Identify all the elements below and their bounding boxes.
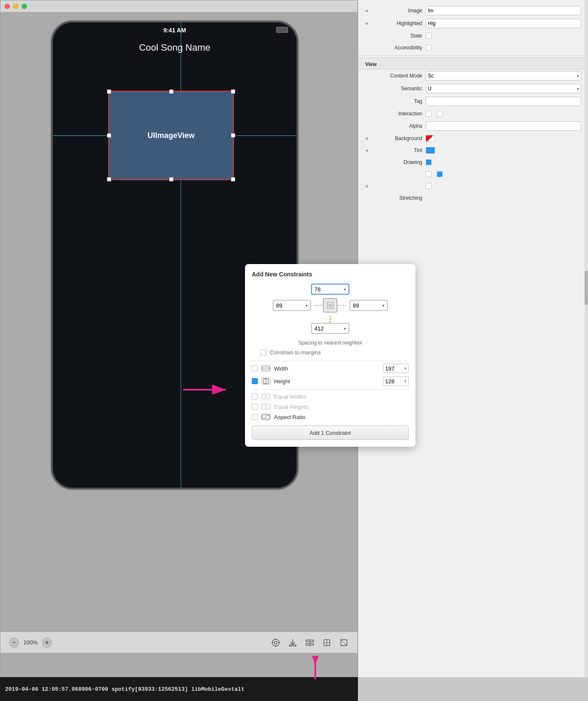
equal-widths-icon-svg [262, 394, 270, 399]
handle-mid-right[interactable] [231, 133, 235, 138]
top-value-text: 78 [314, 286, 320, 293]
scrollbar-thumb[interactable] [585, 271, 588, 305]
checkbox-constrain-margins[interactable] [260, 350, 266, 356]
label-drawing: Drawing [375, 159, 422, 165]
handle-bottom-mid[interactable] [169, 177, 173, 181]
height-number: 128 [385, 378, 395, 385]
checkbox-state[interactable] [426, 33, 432, 39]
checkbox-drawing-3[interactable] [437, 171, 443, 177]
minimize-button[interactable] [13, 4, 18, 9]
label-content-mode: Content Mode [375, 73, 422, 79]
align-icon[interactable] [305, 638, 315, 648]
label-background: Background [375, 135, 422, 141]
select-semantic[interactable]: U ▾ [426, 84, 581, 93]
field-tag[interactable] [426, 97, 581, 106]
icon-equal-widths [261, 393, 271, 400]
plus-tint[interactable]: + [365, 147, 372, 154]
label-alpha: Alpha [375, 123, 422, 129]
width-icon-svg [262, 365, 270, 371]
label-height: Height [274, 378, 380, 385]
checkbox-equal-widths[interactable] [252, 394, 258, 399]
svg-rect-31 [262, 404, 265, 409]
close-button[interactable] [5, 4, 10, 9]
field-image[interactable]: Im [426, 6, 581, 15]
checkbox-aspect-ratio[interactable] [252, 414, 258, 420]
download-icon[interactable] [288, 638, 298, 648]
inspector-row-tag: Tag [358, 95, 588, 108]
transform-icon[interactable] [339, 638, 349, 648]
checkbox-drawing[interactable] [426, 159, 432, 165]
plus-extra[interactable]: + [365, 183, 372, 190]
inspector-row-plus-empty: + [358, 180, 588, 192]
label-stretching: Stretching [375, 195, 422, 201]
checkbox-height[interactable] [252, 378, 258, 384]
checkbox-accessibility[interactable] [426, 45, 432, 51]
label-tint: Tint [375, 147, 422, 153]
label-state: State [375, 33, 422, 39]
spacing-input-bottom[interactable]: 412 ▾ [311, 323, 349, 334]
plus-highlighted[interactable]: + [365, 20, 372, 27]
add-constraint-button[interactable]: Add 1 Constraint [252, 425, 409, 440]
label-accessibility: Accessibility [375, 45, 422, 51]
svg-line-34 [263, 415, 269, 419]
handle-mid-left[interactable] [107, 133, 111, 138]
field-highlighted[interactable]: Hig [426, 19, 581, 28]
color-tint[interactable] [426, 147, 435, 154]
inspector-row-drawing-2 [358, 168, 588, 180]
image-view-container[interactable]: UIImageView [108, 91, 234, 180]
image-view-label: UIImageView [147, 131, 195, 140]
spacing-input-left[interactable]: 89 ▾ [273, 300, 311, 311]
checkbox-drawing-2[interactable] [426, 171, 432, 177]
label-semantic: Semantic [375, 86, 422, 92]
left-value-text: 89 [276, 302, 282, 309]
label-equal-heights: Equal Heights [274, 404, 409, 410]
inspector-row-highlighted: + Highlighted Hig [358, 17, 588, 30]
guide-left [53, 135, 108, 136]
scrollbar-track[interactable] [585, 0, 588, 677]
connector-right [337, 305, 346, 306]
color-background[interactable] [426, 135, 435, 142]
field-alpha[interactable] [426, 121, 581, 131]
label-equal-widths: Equal Widths [274, 394, 409, 400]
handle-top-mid[interactable] [169, 89, 173, 94]
svg-point-0 [272, 639, 279, 646]
checkbox-equal-heights[interactable] [252, 404, 258, 410]
zoom-plus-button[interactable]: + [42, 638, 52, 648]
constrain-height-row: Height 128 ▾ [252, 376, 409, 387]
plus-background[interactable]: + [365, 135, 372, 142]
plus-image[interactable]: + [365, 7, 372, 14]
target-icon[interactable] [271, 638, 281, 648]
spacing-label: Spacing to nearest neighbor [252, 340, 409, 346]
checkbox-width[interactable] [252, 365, 258, 371]
label-highlighted: Highlighted [375, 20, 422, 26]
inspector-row-semantic: Semantic U ▾ [358, 82, 588, 95]
status-time: 9:41 AM [163, 27, 186, 34]
constrain-equal-heights-row: Equal Heights [252, 402, 409, 411]
height-icon-svg [262, 378, 270, 384]
section-view: View [358, 57, 588, 69]
handle-top-right[interactable] [231, 89, 235, 94]
zoom-minus-button[interactable]: − [9, 638, 19, 648]
constrain-aspect-ratio-row: Aspect Ratio [252, 413, 409, 421]
handle-bottom-left[interactable] [107, 177, 111, 181]
resize-icon[interactable] [322, 638, 332, 648]
handle-top-left[interactable] [107, 89, 111, 94]
checkbox-interaction-2[interactable] [437, 111, 443, 117]
spacing-input-right[interactable]: 89 ▾ [349, 300, 388, 311]
checkbox-interaction[interactable] [426, 111, 432, 117]
handle-bottom-right[interactable] [231, 177, 235, 181]
value-width[interactable]: 197 ▾ [383, 364, 409, 373]
equal-heights-icon-svg [262, 404, 270, 410]
spacing-input-top[interactable]: 78 ▾ [311, 284, 349, 295]
maximize-button[interactable] [22, 4, 27, 9]
aspect-ratio-icon-svg [262, 414, 270, 420]
popup-divider-2 [252, 389, 409, 390]
inspector-row-content-mode: Content Mode Sc ▾ [358, 69, 588, 82]
select-content-mode[interactable]: Sc ▾ [426, 71, 581, 80]
value-height[interactable]: 128 ▾ [383, 376, 409, 386]
inspector-row-tint: + Tint [358, 144, 588, 156]
icon-width [261, 365, 271, 372]
connectors [314, 298, 346, 313]
checkbox-extra[interactable] [426, 183, 432, 189]
bottom-toolbar: − 100% + [0, 632, 357, 653]
